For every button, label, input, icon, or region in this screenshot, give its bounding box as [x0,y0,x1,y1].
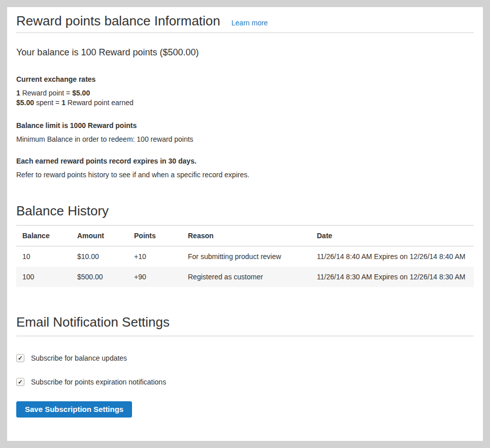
page-header: Reward points balance Information Learn … [16,7,474,33]
cell-points: +10 [128,246,182,267]
cell-amount: $10.00 [71,246,128,267]
exchange-rate-points: 1 [16,89,20,97]
learn-more-link[interactable]: Learn more [232,19,268,27]
exchange-rate-text: Reward point = [20,89,72,97]
balance-history-table: Balance Amount Points Reason Date 10 $10… [16,226,474,287]
table-header-row: Balance Amount Points Reason Date [16,226,474,246]
column-header-amount: Amount [71,226,128,246]
page-title: Reward points balance Information [16,12,220,29]
earn-rate-value: $5.00 [16,99,34,107]
expiration-notifications-checkbox[interactable] [16,378,24,386]
balance-limit-heading: Balance limit is 1000 Reward points [16,121,474,130]
balance-updates-checkbox[interactable] [16,354,24,362]
cell-amount: $500.00 [71,267,128,287]
minimum-redeem-note: Minimum Balance in order to redeem: 100 … [16,135,474,143]
column-header-balance: Balance [16,226,71,246]
cell-points: +90 [128,267,182,287]
earn-rate-points: 1 [61,99,66,107]
earn-rate-text: spent = [34,99,61,107]
email-settings-title: Email Notification Settings [16,313,474,336]
exchange-rate-value: $5.00 [72,89,90,97]
earn-rate-suffix: Reward point earned [66,99,134,107]
balance-updates-label: Subscribe for balance updates [31,354,127,362]
column-header-date: Date [311,226,474,246]
exchange-rates-lines: 1 Reward point = $5.00 $5.00 spent = 1 R… [16,88,474,108]
cell-reason: For submitting product review [182,246,311,267]
exchange-rate-line-1: 1 Reward point = $5.00 [16,88,474,98]
save-subscription-settings-button[interactable]: Save Subscription Settings [16,401,132,418]
cell-balance: 100 [16,267,71,287]
subscribe-balance-updates-row[interactable]: Subscribe for balance updates [16,354,474,362]
exchange-rates-heading: Current exchange rates [16,75,474,83]
exchange-rate-line-2: $5.00 spent = 1 Reward point earned [16,98,474,108]
reward-points-panel: Reward points balance Information Learn … [7,7,483,441]
table-row: 100 $500.00 +90 Registered as customer 1… [16,267,474,287]
column-header-reason: Reason [182,226,311,246]
balance-history-title: Balance History [16,202,474,226]
balance-summary: Your balance is 100 Reward points ($500.… [16,47,474,58]
cell-date: 11/26/14 8:40 AM Expires on 12/26/14 8:4… [311,246,474,267]
subscribe-expiration-notifications-row[interactable]: Subscribe for points expiration notifica… [16,378,474,386]
table-row: 10 $10.00 +10 For submitting product rev… [16,246,474,267]
expiration-notifications-label: Subscribe for points expiration notifica… [31,378,166,386]
column-header-points: Points [128,226,182,246]
cell-balance: 10 [16,246,71,267]
expiration-heading: Each earned reward points record expires… [16,157,474,165]
cell-reason: Registered as customer [182,267,311,287]
cell-date: 11/26/14 8:30 AM Expires on 12/26/14 8:3… [311,267,474,287]
expiration-note: Refer to reward points history to see if… [16,171,474,179]
